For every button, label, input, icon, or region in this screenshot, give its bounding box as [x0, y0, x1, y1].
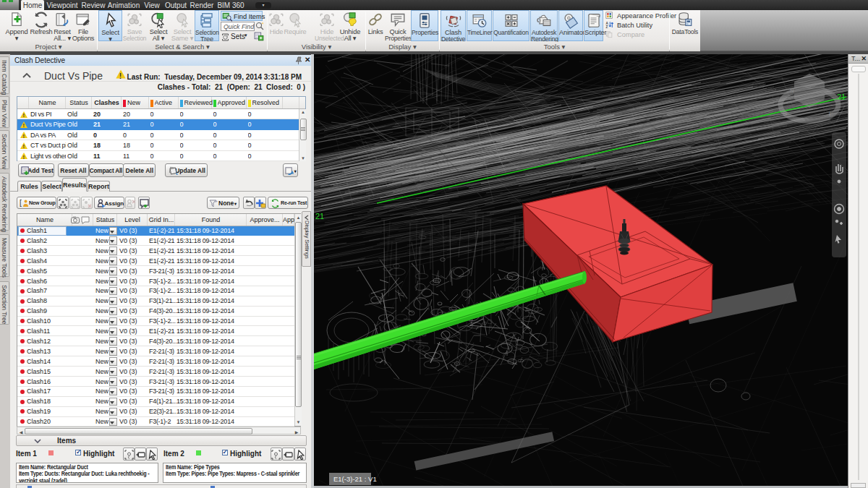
svg-text:S: S [783, 110, 787, 117]
svg-text:21: 21 [315, 212, 324, 221]
svg-text:A: A [605, 22, 608, 25]
svg-text:N: N [790, 87, 794, 94]
svg-text:Z: Z [605, 25, 608, 29]
svg-text:E1(-3)-21 : V1: E1(-3)-21 : V1 [333, 475, 377, 483]
svg-text:E: E [829, 111, 833, 118]
